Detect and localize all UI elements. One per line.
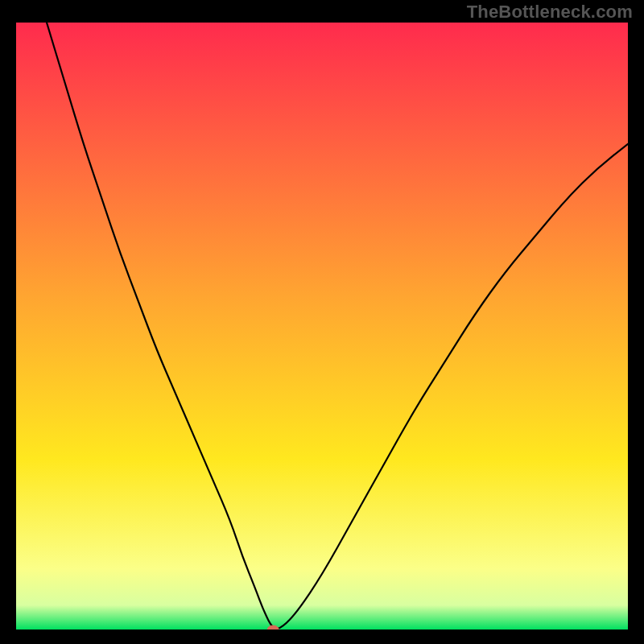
- gradient-background: [16, 23, 628, 630]
- chart-frame: TheBottleneck.com: [0, 0, 644, 644]
- watermark-text: TheBottleneck.com: [467, 2, 633, 23]
- bottleneck-plot: [16, 23, 628, 630]
